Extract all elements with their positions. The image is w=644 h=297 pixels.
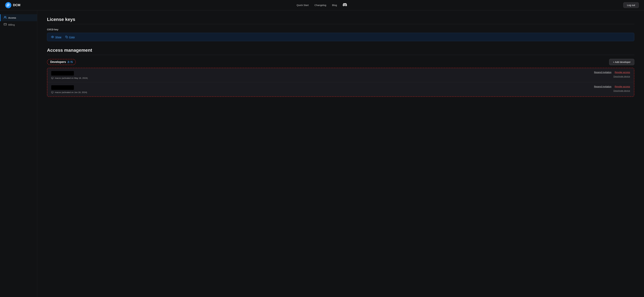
access-management-section: Access management Developers 2 / 5 + Add… xyxy=(47,48,634,97)
billing-icon xyxy=(4,23,7,26)
monitor-icon-2 xyxy=(51,91,54,94)
copy-button[interactable]: Copy xyxy=(65,36,75,38)
license-divider xyxy=(47,24,634,24)
resend-invitation-button-2[interactable]: Resend invitation xyxy=(594,85,612,88)
table-row: macos (activated on May 16, 2024) Resend… xyxy=(47,68,634,82)
dev-actions-2: Resend invitation Revoke access Deactiva… xyxy=(594,85,630,92)
svg-rect-8 xyxy=(66,37,68,38)
copy-label: Copy xyxy=(69,36,75,38)
svg-rect-9 xyxy=(51,77,53,78)
add-developer-button[interactable]: + Add developer xyxy=(609,59,634,65)
layout: Access Billing License keys CI/CD key xyxy=(0,10,644,297)
copy-icon xyxy=(65,36,68,38)
dev-device-label-1: macos (activated on May 16, 2024) xyxy=(55,77,88,79)
access-icon xyxy=(4,16,7,20)
dev-actions-1: Resend invitation Revoke access Deactiva… xyxy=(594,71,630,78)
dev-device-1: macos (activated on May 16, 2024) xyxy=(51,77,88,79)
access-management-title: Access management xyxy=(47,48,634,53)
header-nav: Quick Start Changelog Blog xyxy=(296,2,347,8)
nav-quick-start[interactable]: Quick Start xyxy=(296,4,308,6)
deactivate-device-button-2[interactable]: Deactivate device xyxy=(613,90,630,92)
logout-button[interactable]: Log out xyxy=(623,2,639,8)
license-keys-title: License keys xyxy=(47,17,634,22)
main-content: License keys CI/CD key Show Copy Access xyxy=(37,10,644,297)
header-left: DCM xyxy=(5,2,20,8)
svg-rect-5 xyxy=(4,23,7,25)
svg-point-4 xyxy=(4,16,5,17)
monitor-icon-1 xyxy=(51,77,54,79)
sidebar-item-billing[interactable]: Billing xyxy=(0,21,37,28)
dev-name-redacted-1 xyxy=(51,71,74,76)
dev-info-1: macos (activated on May 16, 2024) xyxy=(51,71,88,79)
dcm-logo-icon xyxy=(5,2,11,8)
sidebar-access-label: Access xyxy=(8,16,16,19)
cicd-key-box: Show Copy xyxy=(47,33,634,41)
developers-list: macos (activated on May 16, 2024) Resend… xyxy=(47,68,634,97)
cicd-key-label: CI/CD key xyxy=(47,28,634,31)
access-divider xyxy=(47,55,634,55)
dev-actions-top-2: Resend invitation Revoke access xyxy=(594,85,630,88)
sidebar-billing-label: Billing xyxy=(8,23,15,26)
table-row: macos (activated on Jun 18, 2024) Resend… xyxy=(47,82,634,96)
deactivate-device-button-1[interactable]: Deactivate device xyxy=(613,75,630,78)
developers-title-box: Developers 2 / 5 xyxy=(47,59,76,65)
show-button[interactable]: Show xyxy=(51,36,62,38)
developers-header: Developers 2 / 5 + Add developer xyxy=(47,59,634,65)
dev-name-redacted-2 xyxy=(51,85,74,90)
developers-count: 2 / 5 xyxy=(68,61,72,64)
sidebar: Access Billing xyxy=(0,10,37,297)
svg-point-7 xyxy=(52,37,53,38)
eye-icon xyxy=(51,36,54,38)
header: DCM Quick Start Changelog Blog Log out xyxy=(0,0,644,10)
logo-text: DCM xyxy=(13,3,20,7)
revoke-access-button-2[interactable]: Revoke access xyxy=(615,85,630,88)
dev-device-2: macos (activated on Jun 18, 2024) xyxy=(51,91,87,94)
discord-icon[interactable] xyxy=(343,2,347,8)
svg-rect-12 xyxy=(51,92,53,93)
dev-actions-top-1: Resend invitation Revoke access xyxy=(594,71,630,74)
show-label: Show xyxy=(55,36,62,38)
revoke-access-button-1[interactable]: Revoke access xyxy=(615,71,630,74)
dev-info-2: macos (activated on Jun 18, 2024) xyxy=(51,85,87,94)
nav-blog[interactable]: Blog xyxy=(332,4,337,6)
dev-device-label-2: macos (activated on Jun 18, 2024) xyxy=(55,91,87,94)
sidebar-item-access[interactable]: Access xyxy=(0,14,37,21)
nav-changelog[interactable]: Changelog xyxy=(314,4,326,6)
developers-label: Developers xyxy=(50,60,66,64)
resend-invitation-button-1[interactable]: Resend invitation xyxy=(594,71,612,74)
